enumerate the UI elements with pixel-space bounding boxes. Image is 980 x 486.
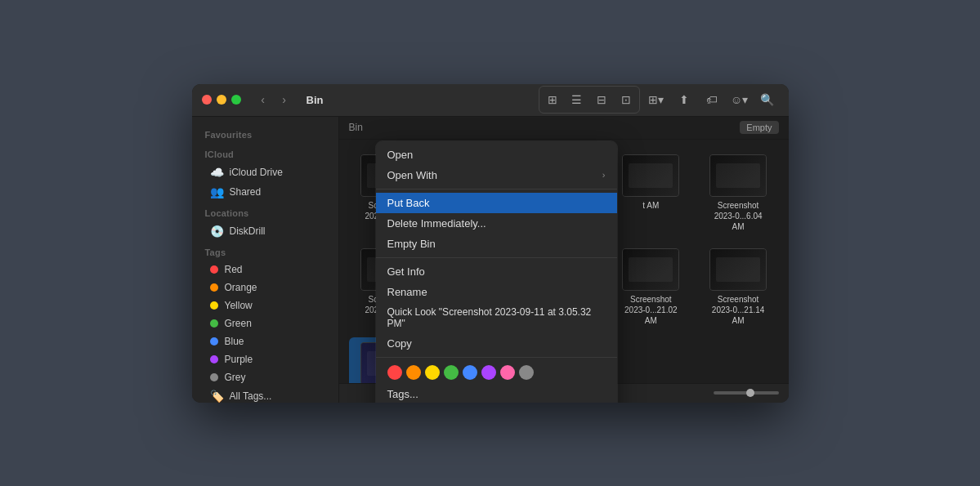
file-thumbnail <box>622 248 679 291</box>
ctx-tag-green[interactable] <box>444 365 459 380</box>
sidebar-item-red[interactable]: Red <box>197 261 333 279</box>
file-item[interactable]: Screenshot2023-0...21.14 AM <box>698 243 779 331</box>
ctx-tags-row <box>376 361 617 384</box>
sidebar-item-green[interactable]: Green <box>197 314 333 332</box>
ctx-tag-purple[interactable] <box>481 365 496 380</box>
ctx-separator <box>376 357 617 358</box>
screenshot-preview <box>623 249 678 290</box>
ctx-delete-immediately[interactable]: Delete Immediately... <box>376 213 617 234</box>
screenshot-preview <box>710 249 766 290</box>
file-thumbnail <box>709 248 767 291</box>
file-item[interactable]: t AM <box>611 149 691 237</box>
sidebar-item-blue[interactable]: Blue <box>197 332 333 350</box>
screenshot-preview <box>623 155 678 196</box>
empty-button[interactable]: Empty <box>740 121 778 134</box>
path-label: Bin <box>349 122 363 133</box>
sidebar-item-label: Red <box>225 264 243 275</box>
file-thumbnail <box>709 154 767 197</box>
submenu-arrow-icon: › <box>602 170 606 180</box>
ctx-open-with[interactable]: Open With › <box>376 165 617 185</box>
icloud-drive-icon: ☁️ <box>210 166 223 179</box>
yellow-tag-dot <box>210 301 218 310</box>
file-name: Screenshot2023-0...21.14 AM <box>708 294 769 326</box>
more-button[interactable]: ☺▾ <box>728 88 751 111</box>
sidebar-item-label: All Tags... <box>230 390 272 402</box>
sidebar-item-icloud-drive[interactable]: ☁️ iCloud Drive <box>197 163 333 182</box>
ctx-tag-pink[interactable] <box>500 365 515 380</box>
ctx-copy[interactable]: Copy <box>376 333 617 354</box>
group-button[interactable]: ⊞▾ <box>645 88 668 111</box>
ctx-tags[interactable]: Tags... <box>376 384 617 403</box>
ctx-tag-yellow[interactable] <box>425 365 440 380</box>
sidebar-item-purple[interactable]: Purple <box>197 350 333 368</box>
sidebar-item-label: Purple <box>225 354 253 365</box>
ctx-tag-orange[interactable] <box>406 365 421 380</box>
sidebar-item-yellow[interactable]: Yellow <box>197 297 333 314</box>
list-view-button[interactable]: ☰ <box>566 88 588 111</box>
traffic-lights <box>202 95 241 105</box>
zoom-slider[interactable] <box>714 391 779 395</box>
ctx-put-back[interactable]: Put Back <box>376 193 617 213</box>
ctx-separator <box>376 257 617 258</box>
ctx-separator <box>376 189 617 189</box>
sidebar-item-orange[interactable]: Orange <box>197 279 333 297</box>
purple-tag-dot <box>210 355 218 363</box>
view-group: ⊞ ☰ ⊟ ⊡ <box>539 86 640 114</box>
close-button[interactable] <box>202 95 212 105</box>
share-button[interactable]: ⬆ <box>673 88 696 111</box>
ctx-tag-red[interactable] <box>387 365 402 380</box>
sidebar-item-label: Grey <box>225 372 246 383</box>
ctx-tag-grey[interactable] <box>519 365 534 380</box>
file-name: t AM <box>642 200 659 211</box>
sidebar-item-label: Shared <box>230 186 262 198</box>
screenshot-preview <box>710 155 766 196</box>
file-area-header: Bin Empty <box>339 117 789 140</box>
context-menu: Open Open With › Put Back Delete Immedia… <box>376 141 617 403</box>
nav-buttons: ‹ › <box>254 91 293 109</box>
ctx-open[interactable]: Open <box>376 145 617 165</box>
ctx-quick-look[interactable]: Quick Look "Screenshot 2023-09-11 at 3.0… <box>376 302 617 333</box>
file-item[interactable]: Screenshot2023-0...6.04 AM <box>698 149 779 237</box>
file-name: Screenshot2023-0...21.02 AM <box>620 294 682 326</box>
all-tags-icon: 🏷️ <box>210 390 223 403</box>
sidebar-item-label: Yellow <box>225 300 253 311</box>
orange-tag-dot <box>210 283 218 292</box>
ctx-rename[interactable]: Rename <box>376 282 617 302</box>
sidebar-item-diskdrill[interactable]: 💿 DiskDrill <box>197 221 333 241</box>
shared-icon: 👥 <box>210 185 223 198</box>
search-button[interactable]: 🔍 <box>756 88 779 111</box>
red-tag-dot <box>210 265 218 274</box>
sidebar-item-label: DiskDrill <box>230 225 266 237</box>
sidebar-section-favourites: Favourites <box>192 123 338 143</box>
back-button[interactable]: ‹ <box>254 91 272 109</box>
ctx-empty-bin[interactable]: Empty Bin <box>376 234 617 254</box>
sidebar-item-grey[interactable]: Grey <box>197 368 333 386</box>
zoom-thumb <box>746 389 754 397</box>
grey-tag-dot <box>210 373 218 381</box>
sidebar-item-label: iCloud Drive <box>230 167 283 178</box>
sidebar-section-icloud: iCloud <box>192 143 338 163</box>
icon-view-button[interactable]: ⊞ <box>541 88 564 111</box>
file-item[interactable]: Screenshot2023-0...21.02 AM <box>611 243 691 331</box>
tag-button[interactable]: 🏷 <box>700 88 723 111</box>
maximize-button[interactable] <box>231 95 241 105</box>
sidebar: Favourites iCloud ☁️ iCloud Drive 👥 Shar… <box>192 117 339 403</box>
minimize-button[interactable] <box>217 95 226 105</box>
column-view-button[interactable]: ⊟ <box>590 88 613 111</box>
sidebar-item-all-tags[interactable]: 🏷️ All Tags... <box>197 386 333 403</box>
gallery-view-button[interactable]: ⊡ <box>615 88 638 111</box>
sidebar-item-shared[interactable]: 👥 Shared <box>197 182 333 202</box>
ctx-get-info[interactable]: Get Info <box>376 261 617 282</box>
sidebar-section-tags: Tags <box>192 241 338 261</box>
title-bar: ‹ › Bin ⊞ ☰ ⊟ ⊡ ⊞▾ ⬆ 🏷 ☺▾ 🔍 <box>192 84 789 117</box>
toolbar-right: ⊞ ☰ ⊟ ⊡ ⊞▾ ⬆ 🏷 ☺▾ 🔍 <box>539 86 779 114</box>
sidebar-item-label: Orange <box>225 282 257 293</box>
blue-tag-dot <box>210 337 218 346</box>
green-tag-dot <box>210 319 218 328</box>
file-name: Screenshot2023-0...6.04 AM <box>708 200 769 232</box>
forward-button[interactable]: › <box>275 91 293 109</box>
sidebar-section-locations: Locations <box>192 202 338 221</box>
ctx-tag-blue[interactable] <box>463 365 477 380</box>
file-thumbnail <box>622 154 679 197</box>
window-title: Bin <box>307 94 324 106</box>
